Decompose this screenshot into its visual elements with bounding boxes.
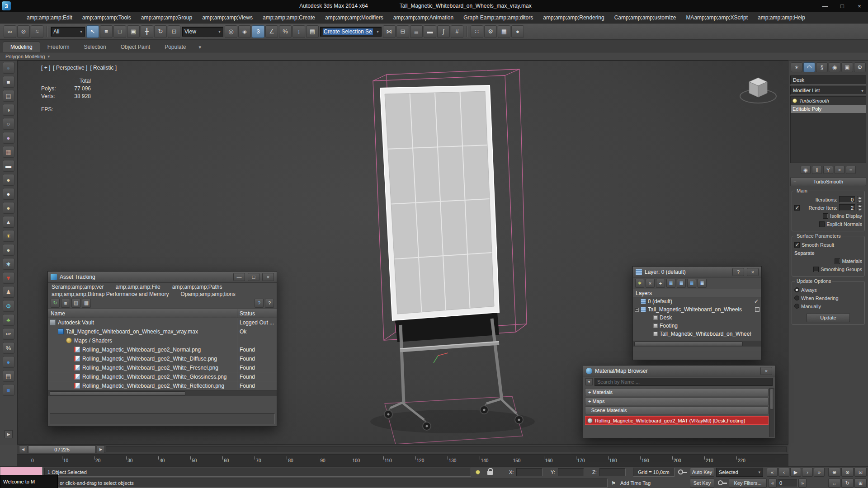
- layer-row[interactable]: Tall_Magnetic_Whiteboard_on_Wheels: [633, 305, 761, 314]
- time-slider-handle[interactable]: 0 / 225: [28, 446, 96, 453]
- select-layer-objects-icon[interactable]: ≣: [666, 279, 675, 288]
- materials-checkbox[interactable]: [835, 258, 840, 264]
- layer-manager-icon[interactable]: ≣: [410, 25, 423, 38]
- display-tab-icon[interactable]: ▣: [841, 62, 853, 72]
- layer-row[interactable]: Tall_Magnetic_Whiteboard_on_Wheels: [633, 330, 761, 338]
- asset-row[interactable]: Rolling_Magnetic_Whiteboard_geo2_White_G…: [48, 372, 277, 381]
- snowflake-icon[interactable]: ∗: [3, 258, 14, 270]
- add-to-layer-icon[interactable]: +: [656, 279, 665, 288]
- next-frame-icon[interactable]: ›: [802, 468, 813, 477]
- select-and-link-icon[interactable]: ∞: [4, 25, 16, 38]
- selection-filter-dropdown[interactable]: All ▾: [51, 27, 85, 37]
- menu-item[interactable]: amp;amp;amp;Modifiers: [320, 12, 388, 23]
- key-filters-button[interactable]: Key Filters...: [729, 479, 767, 488]
- person-icon[interactable]: ♟: [3, 286, 14, 298]
- selection-lock-icon[interactable]: [487, 471, 493, 475]
- horizontal-scrollbar[interactable]: [633, 341, 761, 347]
- smoothing-groups-checkbox[interactable]: [813, 267, 819, 272]
- menu-item[interactable]: amp;amp;amp;Tools: [77, 12, 136, 23]
- auto-key-button[interactable]: Auto Key: [690, 468, 714, 477]
- polygon-modeling-label[interactable]: Polygon Modeling: [5, 54, 45, 59]
- help-icon[interactable]: ?: [255, 299, 264, 308]
- scene-material-item[interactable]: Rolling_Magnetic_Whiteboard_geo2_MAT (VR…: [585, 416, 769, 425]
- menu-item[interactable]: amp;amp;amp;Rendering: [538, 12, 609, 23]
- reference-coordinate-dropdown[interactable]: View ▾: [182, 27, 223, 37]
- modifier-enabled-icon[interactable]: [793, 99, 797, 103]
- sphere-white-icon[interactable]: ●: [3, 188, 14, 200]
- close-button[interactable]: ×: [851, 0, 868, 12]
- menu-item[interactable]: Camp;amp;amp;ustomize: [609, 12, 681, 23]
- sheet2-icon[interactable]: ▤: [3, 370, 14, 382]
- menu-item[interactable]: amp;amp;amp;Bitmap Performance and Memor…: [52, 291, 169, 297]
- drop-red-icon[interactable]: ▼: [3, 272, 14, 284]
- 3dsmax-logo-icon[interactable]: 3: [2, 1, 11, 10]
- select-by-name-icon[interactable]: ≡: [100, 25, 113, 38]
- pin-stack-icon[interactable]: ◉: [801, 166, 811, 174]
- always-radio[interactable]: [794, 287, 799, 292]
- update-button[interactable]: Update: [807, 313, 850, 322]
- ribbon-tab[interactable]: Populate: [157, 42, 193, 52]
- zoom-all-icon[interactable]: ⊛: [841, 468, 854, 477]
- column-header-status[interactable]: Status: [237, 309, 277, 318]
- leaf-icon[interactable]: ♣: [3, 314, 14, 326]
- ribbon-config-icon[interactable]: ▾: [199, 44, 202, 50]
- current-frame-field[interactable]: [778, 479, 797, 487]
- window-crossing-icon[interactable]: ▣: [127, 25, 140, 38]
- set-current-layer-icon[interactable]: ≣: [677, 279, 686, 288]
- welcome-window[interactable]: Welcome to M: [0, 475, 58, 488]
- use-pivot-center-icon[interactable]: ◎: [225, 25, 237, 38]
- asset-row[interactable]: Rolling_Magnetic_Whiteboard_geo2_White_D…: [48, 354, 277, 363]
- material-browser-titlebar[interactable]: Material/Map Browser ×: [583, 366, 775, 376]
- sphere-dark-icon[interactable]: ●: [3, 62, 14, 74]
- rollout-collapse-icon[interactable]: −: [793, 179, 796, 184]
- table-view-icon[interactable]: ▦: [82, 299, 91, 308]
- gear-blue-icon[interactable]: ⚙: [3, 300, 14, 312]
- x-coordinate-field[interactable]: [516, 468, 542, 476]
- maximize-button[interactable]: □: [834, 0, 851, 12]
- render-production-icon[interactable]: ●: [511, 25, 524, 38]
- named-selection-sets-dropdown[interactable]: Create Selection Se ▾: [320, 27, 382, 37]
- render-iters-field[interactable]: 2: [839, 204, 855, 211]
- orbit-icon[interactable]: ↻: [841, 479, 854, 488]
- close-button[interactable]: ×: [760, 367, 772, 375]
- configure-modifier-sets-icon[interactable]: ≡: [846, 166, 856, 174]
- next-frame-nudge-icon[interactable]: ▶: [97, 446, 105, 453]
- capsule-icon[interactable]: ○: [3, 118, 14, 130]
- material-editor-icon[interactable]: ∷: [471, 25, 483, 38]
- menu-item[interactable]: Opamp;amp;amp;tions: [180, 291, 235, 297]
- iterations-field[interactable]: 0: [839, 196, 855, 203]
- ribbon-tab[interactable]: Object Paint: [113, 42, 157, 52]
- freeze-layer-icon[interactable]: ≣: [698, 279, 707, 288]
- motion-tab-icon[interactable]: ◉: [829, 62, 840, 72]
- close-button[interactable]: ×: [262, 273, 274, 281]
- menu-item[interactable]: amp;amp;amp;File: [115, 284, 160, 290]
- select-and-scale-icon[interactable]: ⊡: [168, 25, 180, 38]
- material-group-header[interactable]: + Maps: [585, 397, 769, 405]
- when-rendering-radio[interactable]: [794, 296, 799, 300]
- frame-forward-icon[interactable]: »: [798, 479, 807, 488]
- select-and-manipulate-icon[interactable]: ◈: [238, 25, 251, 38]
- asset-row[interactable]: Tall_Magnetic_Whiteboard_on_Wheels_max_v…: [48, 327, 277, 336]
- sun-icon[interactable]: ☀: [3, 230, 14, 242]
- layer-row[interactable]: Desk: [633, 314, 761, 322]
- clock-icon[interactable]: ◑: [3, 104, 14, 116]
- menu-item[interactable]: Seramp;amp;amp;ver: [52, 284, 104, 290]
- zoom-extents-icon[interactable]: ⊡: [854, 468, 867, 477]
- unlink-selection-icon[interactable]: ⊘: [17, 25, 30, 38]
- layer-dialog-titlebar[interactable]: Layer: 0 (default) ? ×: [633, 267, 761, 277]
- modify-tab-icon[interactable]: ◠: [803, 62, 815, 72]
- rollout-header[interactable]: − TurboSmooth: [790, 177, 866, 186]
- cube-blue-icon[interactable]: ■: [3, 384, 14, 396]
- menu-item[interactable]: amp;amp;amp;Group: [136, 12, 197, 23]
- search-filter-icon[interactable]: ▾: [585, 378, 593, 385]
- hierarchy-tab-icon[interactable]: §: [816, 62, 828, 72]
- key-filter-icon[interactable]: [718, 480, 723, 485]
- previous-frame-icon[interactable]: ‹: [778, 468, 789, 477]
- details-view-icon[interactable]: ▤: [71, 299, 80, 308]
- help-button[interactable]: ?: [732, 268, 744, 276]
- refresh-status-icon[interactable]: ↻: [51, 299, 60, 308]
- ribbon-toggle-icon[interactable]: ▬: [424, 25, 436, 38]
- frame-back-icon[interactable]: «: [769, 479, 777, 488]
- mirror-icon[interactable]: ⋈: [383, 25, 396, 38]
- modifier-stack-item[interactable]: Editable Poly: [791, 105, 866, 113]
